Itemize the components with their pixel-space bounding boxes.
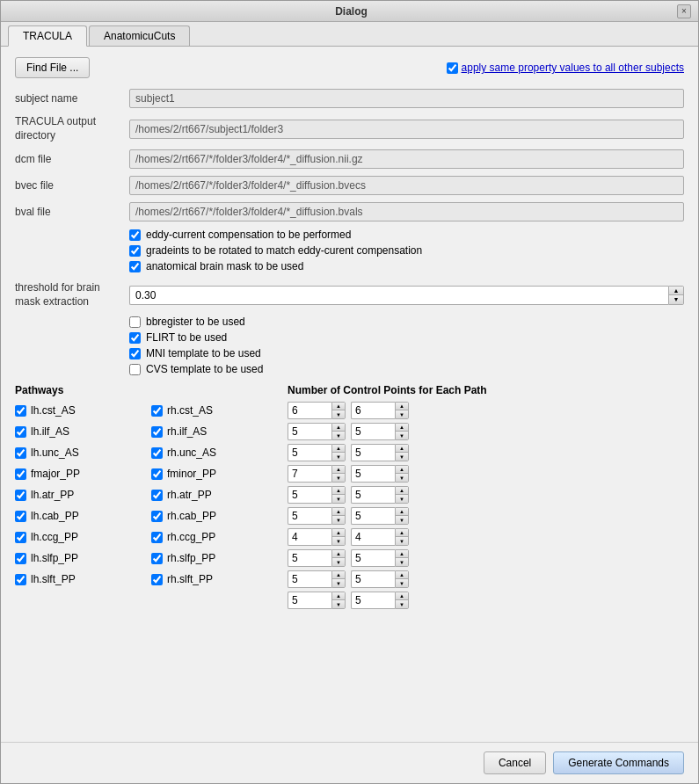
cp-right-down-btn[interactable]: ▼ [396,516,408,524]
cp-right-input[interactable] [351,402,395,419]
cp-left-input[interactable] [288,402,331,419]
pathway-left-checkbox[interactable] [15,447,26,459]
cp-right-down-btn[interactable]: ▼ [396,410,408,418]
close-button[interactable]: × [677,4,691,18]
cp-left-up-btn[interactable]: ▲ [332,424,345,432]
threshold-input[interactable] [129,286,668,305]
anatomical-checkbox[interactable] [129,261,141,272]
cp-right-down-btn[interactable]: ▼ [396,537,408,545]
cp-right-input[interactable] [351,549,395,567]
cp-right-up-btn[interactable]: ▲ [396,508,408,516]
cp-left-input[interactable] [288,444,331,461]
bbregister-checkbox[interactable] [129,316,141,328]
threshold-down-btn[interactable]: ▼ [669,295,683,304]
cp-left-input[interactable] [288,549,331,567]
cp-right-down-btn[interactable]: ▼ [396,474,408,482]
cp-right-up-btn[interactable]: ▲ [396,592,408,600]
cp-right-down-btn[interactable]: ▼ [396,600,408,608]
cp-left-up-btn[interactable]: ▲ [332,487,345,495]
cp-right-input[interactable] [351,465,395,483]
cp-right-input[interactable] [351,528,395,546]
cp-right-up-btn[interactable]: ▲ [396,424,408,432]
cp-left-down-btn[interactable]: ▼ [332,558,345,566]
cp-left-input[interactable] [288,465,331,483]
cp-left-down-btn[interactable]: ▼ [332,453,345,461]
cp-right-input[interactable] [351,592,395,609]
cp-right-up-btn[interactable]: ▲ [396,445,408,453]
pathway-left-checkbox[interactable] [15,405,26,417]
cp-left-input[interactable] [288,592,331,609]
cp-right-up-btn[interactable]: ▲ [396,529,408,537]
cp-left-up-btn[interactable]: ▲ [332,550,345,558]
cp-right-down-btn[interactable]: ▼ [396,432,408,439]
subject-name-input[interactable] [129,89,684,108]
cp-left-down-btn[interactable]: ▼ [332,474,345,482]
cp-left-up-btn[interactable]: ▲ [332,403,345,410]
pathway-left-checkbox[interactable] [15,574,26,585]
pathway-left-checkbox[interactable] [15,511,26,522]
cp-right-down-btn[interactable]: ▼ [396,558,408,566]
cp-left-down-btn[interactable]: ▼ [332,432,345,439]
cp-right-down-btn[interactable]: ▼ [396,579,408,587]
pathway-left-checkbox[interactable] [15,553,26,564]
cp-left-input[interactable] [288,486,331,504]
flirt-checkbox[interactable] [129,332,141,344]
cp-left-up-btn[interactable]: ▲ [332,592,345,600]
cp-left-input[interactable] [288,423,331,440]
apply-same-checkbox[interactable] [447,62,458,74]
cp-right-input[interactable] [351,570,395,588]
pathway-right-checkbox[interactable] [151,574,163,585]
cp-left-input[interactable] [288,570,331,588]
cp-left-down-btn[interactable]: ▼ [332,495,345,503]
cvs-checkbox[interactable] [129,364,141,375]
cp-left-up-btn[interactable]: ▲ [332,508,345,516]
cp-left-down-btn[interactable]: ▼ [332,516,345,524]
cp-left-up-btn[interactable]: ▲ [332,445,345,453]
pathway-left-checkbox[interactable] [15,468,26,480]
threshold-up-btn[interactable]: ▲ [669,287,683,295]
cp-left-input[interactable] [288,507,331,525]
tracula-output-input[interactable] [129,120,684,139]
bval-file-input[interactable] [129,202,684,221]
cp-left-up-btn[interactable]: ▲ [332,466,345,474]
cp-right-up-btn[interactable]: ▲ [396,466,408,474]
tab-anatomcuts[interactable]: AnatomicuCuts [89,25,190,46]
cp-right-up-btn[interactable]: ▲ [396,571,408,579]
pathway-right-checkbox[interactable] [151,553,163,564]
pathway-left-checkbox[interactable] [15,426,26,438]
cp-right-input[interactable] [351,486,395,504]
pathway-right-checkbox[interactable] [151,426,163,438]
gradeints-checkbox[interactable] [129,245,141,257]
cp-right-down-btn[interactable]: ▼ [396,495,408,503]
cp-left-down-btn[interactable]: ▼ [332,579,345,587]
bvec-file-input[interactable] [129,176,684,195]
cp-left-up-btn[interactable]: ▲ [332,571,345,579]
pathway-left-checkbox[interactable] [15,490,26,501]
cp-left-down-btn[interactable]: ▼ [332,600,345,608]
eddy-current-checkbox[interactable] [129,229,141,241]
cancel-button[interactable]: Cancel [484,751,546,774]
cp-left-up-btn[interactable]: ▲ [332,529,345,537]
pathway-right-checkbox[interactable] [151,468,163,480]
cp-left-down-btn[interactable]: ▼ [332,537,345,545]
generate-commands-button[interactable]: Generate Commands [553,751,684,774]
pathway-right-checkbox[interactable] [151,490,163,501]
cp-right-up-btn[interactable]: ▲ [396,403,408,410]
cp-right-input[interactable] [351,444,395,461]
tab-tracula[interactable]: TRACULA [8,25,87,47]
cp-right-input[interactable] [351,507,395,525]
cp-right-down-btn[interactable]: ▼ [396,453,408,461]
find-file-button[interactable]: Find File ... [15,57,90,78]
cp-right-up-btn[interactable]: ▲ [396,550,408,558]
cp-right-up-btn[interactable]: ▲ [396,487,408,495]
pathway-right-checkbox[interactable] [151,532,163,543]
mni-checkbox[interactable] [129,348,141,359]
cp-left-down-btn[interactable]: ▼ [332,410,345,418]
dcm-file-input[interactable] [129,149,684,169]
pathway-right-checkbox[interactable] [151,405,163,417]
pathway-left-checkbox[interactable] [15,532,26,543]
pathway-right-checkbox[interactable] [151,447,163,459]
pathway-right-checkbox[interactable] [151,511,163,522]
cp-left-input[interactable] [288,528,331,546]
cp-right-input[interactable] [351,423,395,440]
